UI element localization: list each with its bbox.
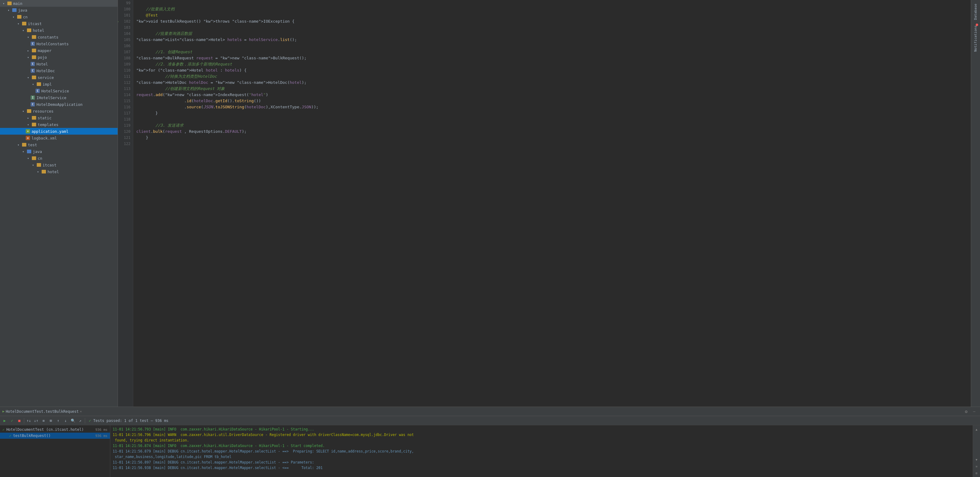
folder-dir-icon — [32, 35, 36, 39]
settings-button[interactable]: ⚙ — [963, 408, 970, 415]
tree-item-cn-main[interactable]: cn — [0, 13, 118, 20]
code-line: "class-name">List<"class-name">Hotel> ho… — [136, 37, 968, 43]
suite-time: 936 ms — [95, 428, 108, 432]
folder-dir-icon — [27, 29, 31, 32]
tree-item-itcast-main[interactable]: itcast — [0, 20, 118, 27]
log-line: star_name,business,longitude,latitude,pi… — [113, 454, 970, 460]
tree-item-mapper[interactable]: mapper — [0, 47, 118, 54]
code-line: "class-name">BulkRequest request = "kw">… — [136, 55, 968, 61]
minimize-button[interactable]: — — [971, 408, 978, 415]
code-content[interactable]: //批量插入文档 @Test "kw">void testBulkRequest… — [133, 0, 971, 407]
check-button[interactable]: ✓ — [9, 417, 15, 424]
tree-item-templates[interactable]: templates — [0, 121, 118, 128]
gutter-run-icon[interactable]: ↻ — [118, 18, 119, 24]
run-toolbar: ▶ ✓ ■ ↑↓ ↓↑ ≡ ⊞ ↑ ↓ 🔍 ↗ ✓ Tests passed: … — [0, 416, 980, 425]
tree-item-HotelConstants[interactable]: CHotelConstants — [0, 40, 118, 47]
folder-closed-icon — [26, 48, 30, 53]
search-test-button[interactable]: 🔍 — [70, 417, 76, 424]
stop-button[interactable]: ■ — [16, 417, 23, 424]
notifications-sidebar-item[interactable]: Notifications — [972, 23, 979, 54]
line-number: 108 — [120, 55, 130, 61]
tree-item-hotel-main[interactable]: hotel — [0, 27, 118, 34]
folder-open-icon — [1, 1, 6, 6]
line-number: 120 — [120, 128, 130, 135]
folder-dir-icon — [32, 156, 36, 160]
tree-item-impl[interactable]: impl — [0, 81, 118, 87]
folder-dir-icon — [32, 116, 36, 120]
tree-item-constants[interactable]: constants — [0, 34, 118, 40]
run-tab-bar: ▶ HotelDocumentTest.testBulkRequest ✕ ⚙ … — [0, 407, 980, 416]
scroll-up-button[interactable]: ▲ — [973, 426, 980, 433]
tree-item-label: cn — [23, 15, 116, 19]
code-line — [136, 141, 968, 147]
folder-open-icon — [30, 82, 35, 87]
tree-item-HotelDemoApplication[interactable]: CHotelDemoApplication — [0, 101, 118, 108]
tree-item-pojo[interactable]: pojo — [0, 54, 118, 60]
folder-open-icon — [21, 109, 26, 114]
folder-dir-icon — [41, 170, 46, 173]
line-number: 103 — [120, 24, 130, 31]
tree-item-label: hotel — [33, 28, 116, 33]
java-file-icon: C — [30, 102, 35, 106]
tree-item-logback.xml[interactable]: ⊞logback.xml — [0, 135, 118, 141]
line-number: 100 — [120, 6, 130, 12]
tree-item-HotelService[interactable]: CHotelService — [0, 87, 118, 94]
flatten-button[interactable]: ≡ — [40, 417, 47, 424]
folder-open-icon — [30, 162, 35, 167]
sort-up-button[interactable]: ↑↓ — [25, 417, 32, 424]
folder-dir-icon — [22, 22, 26, 25]
run-content: ✓ HotelDocumentTest (cn.itcast.hotel) 93… — [0, 425, 980, 477]
tree-item-resources[interactable]: resources — [0, 108, 118, 114]
folder-open-icon — [26, 75, 30, 80]
tree-item-label: java — [33, 149, 116, 154]
export-button[interactable]: ↗ — [77, 417, 84, 424]
test-method-item[interactable]: ✓ testBulkRequest() 936 ms — [0, 433, 110, 439]
folder-src-icon — [21, 149, 26, 154]
tab-close-button[interactable]: ✕ — [80, 410, 82, 413]
tree-item-label: HotelDemoApplication — [37, 102, 116, 107]
scroll-list-button[interactable]: ≡ — [973, 463, 980, 470]
tree-item-hotel-test[interactable]: hotel — [0, 168, 118, 175]
tree-item-cn-test[interactable]: cn — [0, 155, 118, 162]
scroll-down-button[interactable]: ▼ — [973, 456, 980, 463]
tree-item-service[interactable]: service — [0, 74, 118, 81]
tree-item-itcast-test[interactable]: itcast — [0, 162, 118, 168]
tree-item-static[interactable]: static — [0, 114, 118, 121]
database-sidebar-item[interactable]: Database — [972, 1, 979, 22]
tree-item-label: Hotel — [37, 62, 116, 67]
line-number: 115 — [120, 98, 130, 104]
tree-item-HotelDoc[interactable]: CHotelDoc — [0, 67, 118, 74]
run-tab[interactable]: ▶ HotelDocumentTest.testBulkRequest ✕ — [2, 409, 82, 414]
sort-down-button[interactable]: ↓↑ — [33, 417, 40, 424]
tree-item-java-main[interactable]: java — [0, 7, 118, 13]
code-line — [136, 24, 968, 31]
tree-item-label: impl — [43, 82, 116, 87]
rerun-button[interactable]: ▶ — [1, 417, 8, 424]
tree-item-label: application.yaml — [32, 129, 116, 134]
tree-item-IHotelService[interactable]: IIHotelService — [0, 94, 118, 101]
scroll-filter-button[interactable]: ⊞ — [973, 470, 980, 476]
line-number: 119 — [120, 122, 130, 128]
right-sidebar: Database Notifications — [971, 0, 980, 407]
tree-item-label: constants — [38, 35, 116, 40]
tree-item-main[interactable]: main — [0, 0, 118, 7]
test-suite-item[interactable]: ✓ HotelDocumentTest (cn.itcast.hotel) 93… — [0, 426, 110, 433]
folder-dir-icon — [37, 163, 41, 167]
expand-button[interactable]: ⊞ — [48, 417, 54, 424]
folder-dir-icon — [27, 109, 31, 113]
tree-item-test[interactable]: test — [0, 141, 118, 148]
log-panel[interactable]: 11-01 14:21:56.793 [main] INFO com.zaxxe… — [110, 425, 973, 477]
java-file-icon: C — [35, 89, 40, 93]
tree-item-java-test[interactable]: java — [0, 148, 118, 155]
nav-prev-button[interactable]: ↑ — [55, 417, 62, 424]
folder-open-icon — [26, 55, 30, 60]
tree-item-label: java — [18, 8, 116, 13]
run-icon: ▶ — [2, 409, 5, 414]
tree-item-label: cn — [38, 156, 116, 161]
tree-item-label: resources — [33, 109, 116, 114]
nav-next-button[interactable]: ↓ — [62, 417, 69, 424]
line-number: 110 — [120, 67, 130, 73]
tree-item-Hotel[interactable]: CHotel — [0, 60, 118, 67]
tree-item-application.yaml[interactable]: ≡application.yaml — [0, 128, 118, 135]
suite-name: HotelDocumentTest (cn.itcast.hotel) — [6, 428, 84, 432]
